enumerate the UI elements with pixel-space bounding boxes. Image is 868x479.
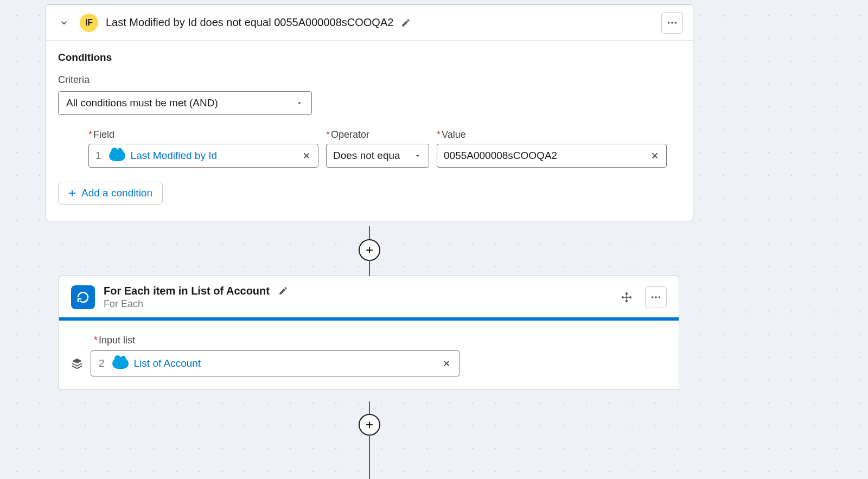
operator-select[interactable]: Does not equa xyxy=(326,144,429,168)
if-block-header: IF Last Modified by Id does not equal 00… xyxy=(46,5,693,41)
for-each-body: *Input list 2 List of Account xyxy=(59,321,679,389)
clear-input-list-button[interactable] xyxy=(442,359,451,368)
criteria-value: All conditions must be met (AND) xyxy=(66,97,218,109)
svg-point-11 xyxy=(652,296,654,298)
for-each-title: For Each item in List of Account xyxy=(104,285,270,297)
if-badge: IF xyxy=(80,14,98,32)
input-list-value: List of Account xyxy=(134,357,201,369)
move-icon xyxy=(621,292,632,303)
connector-line xyxy=(369,435,370,479)
move-handle[interactable] xyxy=(617,286,636,308)
field-input[interactable]: 1 Last Modified by Id xyxy=(88,144,318,168)
pencil-icon xyxy=(278,286,288,296)
plus-icon: + xyxy=(68,187,76,200)
svg-point-0 xyxy=(668,22,670,24)
close-icon xyxy=(302,151,311,161)
criteria-select[interactable]: All conditions must be met (AND) xyxy=(58,91,312,115)
connector-line xyxy=(369,401,370,414)
edit-title-button[interactable] xyxy=(401,18,411,28)
ellipsis-icon xyxy=(666,17,678,29)
caret-down-icon xyxy=(413,151,422,160)
for-each-subtitle: For Each xyxy=(104,298,270,310)
chevron-down-icon xyxy=(59,18,69,28)
clear-field-button[interactable] xyxy=(302,151,311,161)
if-block-body: Conditions Criteria All conditions must … xyxy=(46,41,693,221)
plus-icon xyxy=(364,245,375,256)
svg-point-2 xyxy=(675,22,677,24)
field-index: 1 xyxy=(95,150,101,162)
for-each-icon xyxy=(71,285,95,309)
clear-value-button[interactable] xyxy=(650,151,660,161)
connector-line xyxy=(369,260,370,276)
for-each-more-actions-button[interactable] xyxy=(645,286,667,308)
add-step-button[interactable] xyxy=(359,239,380,261)
salesforce-cloud-icon xyxy=(109,150,125,161)
add-condition-label: Add a condition xyxy=(81,187,152,199)
value-text: 0055A000008sCOOQA2 xyxy=(444,150,650,162)
input-list-label: *Input list xyxy=(71,335,667,346)
if-block-card: IF Last Modified by Id does not equal 00… xyxy=(46,4,693,221)
loop-icon xyxy=(76,291,90,304)
operator-label: *Operator xyxy=(326,129,429,140)
caret-down-icon xyxy=(295,99,304,107)
svg-point-12 xyxy=(655,296,657,298)
pencil-icon xyxy=(401,18,411,28)
svg-point-1 xyxy=(671,22,673,24)
plus-icon xyxy=(364,419,375,430)
criteria-label: Criteria xyxy=(58,74,681,86)
salesforce-cloud-icon xyxy=(112,358,129,369)
svg-point-13 xyxy=(659,296,661,298)
close-icon xyxy=(442,359,451,368)
input-index: 2 xyxy=(99,357,105,369)
close-icon xyxy=(650,151,660,161)
if-block-title: Last Modified by Id does not equal 0055A… xyxy=(106,16,393,29)
field-value: Last Modified by Id xyxy=(131,150,217,162)
condition-row: *Field 1 Last Modified by Id *Operator D… xyxy=(58,129,681,168)
field-label: *Field xyxy=(88,129,318,140)
operator-value: Does not equa xyxy=(333,150,400,162)
input-list-field[interactable]: 2 List of Account xyxy=(91,350,459,376)
if-more-actions-button[interactable] xyxy=(661,12,683,34)
value-input[interactable]: 0055A000008sCOOQA2 xyxy=(437,144,667,168)
edit-for-each-button[interactable] xyxy=(278,286,288,296)
conditions-heading: Conditions xyxy=(58,52,681,63)
for-each-card: For Each item in List of Account For Eac… xyxy=(59,276,679,390)
value-label: *Value xyxy=(437,129,667,140)
stack-icon xyxy=(71,357,83,369)
collapse-toggle[interactable] xyxy=(56,15,72,31)
add-condition-button[interactable]: + Add a condition xyxy=(58,182,163,205)
for-each-header: For Each item in List of Account For Eac… xyxy=(59,276,679,317)
add-step-button[interactable] xyxy=(359,414,380,436)
ellipsis-icon xyxy=(650,291,662,303)
